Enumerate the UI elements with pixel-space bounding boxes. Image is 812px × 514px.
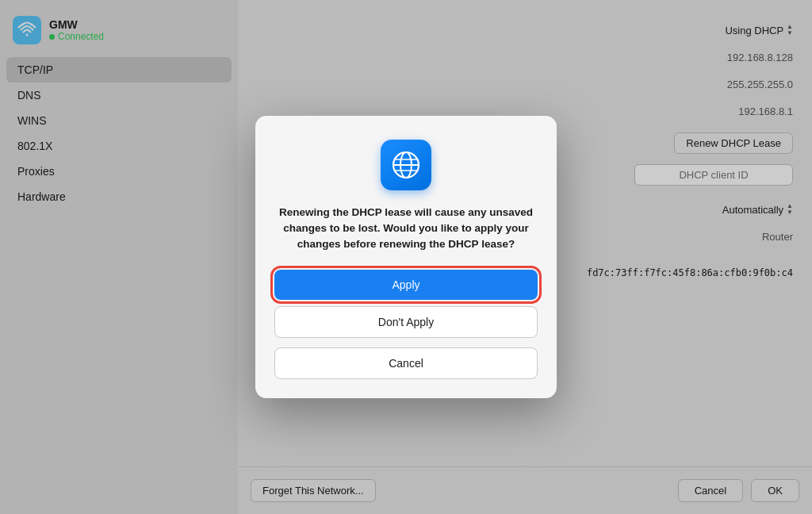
modal-buttons: Apply Don't Apply Cancel [274,270,538,379]
modal-globe-icon [381,140,431,190]
modal-message: Renewing the DHCP lease will cause any u… [274,205,538,253]
modal-dont-apply-button[interactable]: Don't Apply [274,306,538,338]
modal-apply-button[interactable]: Apply [274,270,538,300]
modal-overlay: Renewing the DHCP lease will cause any u… [0,0,812,514]
modal-dialog: Renewing the DHCP lease will cause any u… [255,116,557,399]
modal-cancel-button[interactable]: Cancel [274,347,538,379]
